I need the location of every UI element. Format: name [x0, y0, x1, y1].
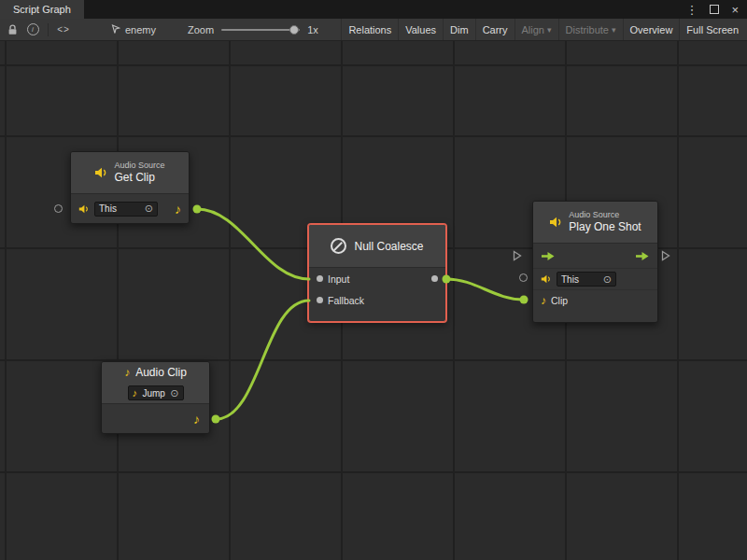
flow-out-arrow-icon[interactable]: [635, 251, 650, 261]
pointer-icon: [111, 24, 120, 35]
audio-source-icon: [549, 217, 563, 228]
carry-label: Carry: [483, 24, 508, 35]
target-object-field[interactable]: This ⊙: [557, 272, 616, 287]
values-button[interactable]: Values: [398, 19, 443, 40]
clip-output-port[interactable]: ♪: [193, 413, 200, 426]
fallback-port[interactable]: [317, 297, 323, 303]
node-play-one-shot-titles: Audio Source Play One Shot: [569, 210, 641, 233]
tab-title: Script Graph: [13, 4, 71, 15]
tab-script-graph[interactable]: Script Graph: [0, 0, 84, 19]
script-graph-window: Script Graph ⋮ × <> enemy Zoom: [0, 0, 747, 560]
null-coalesce-icon: [331, 238, 346, 254]
overview-label: Overview: [630, 24, 673, 35]
target-object-field[interactable]: This ⊙: [94, 202, 158, 217]
node-category: Audio Source: [114, 161, 164, 171]
audio-source-icon: [541, 274, 552, 284]
toolbar: <> enemy Zoom 1x Relations Values Dim Ca…: [0, 19, 747, 41]
node-title: Play One Shot: [569, 220, 641, 233]
zoom-control: Zoom 1x: [188, 24, 318, 35]
info-glyph: [27, 23, 39, 35]
graph-canvas[interactable]: Audio Source Get Clip This ⊙ ♪: [0, 41, 747, 560]
audio-clip-value-row: ♪ Jump ⊙: [102, 383, 209, 404]
target-object-value: This: [99, 203, 117, 214]
node-play-one-shot[interactable]: Audio Source Play One Shot: [532, 201, 658, 323]
null-coalesce-input-row: Input: [309, 268, 445, 289]
control-flow-row: [533, 244, 657, 268]
input-port[interactable]: [317, 275, 323, 282]
tab-bar-spacer: [84, 0, 686, 19]
wire-getclip-to-input[interactable]: [197, 209, 309, 279]
lock-icon[interactable]: [2, 20, 22, 40]
relations-label: Relations: [348, 24, 391, 35]
node-footer: [533, 311, 657, 322]
audio-clip-icon: ♪: [124, 367, 130, 378]
target-object-value: This: [561, 274, 579, 285]
input-port-label: Input: [328, 273, 349, 285]
zoom-label: Zoom: [188, 24, 214, 35]
flow-input-triangle-port[interactable]: [513, 250, 522, 261]
node-null-coalesce-header: Null Coalesce: [309, 225, 445, 268]
toolbar-buttons: Relations Values Dim Carry Align▾ Distri…: [341, 19, 745, 40]
node-get-clip-target-row: This ⊙ ♪: [71, 194, 189, 223]
maximize-icon[interactable]: [710, 4, 719, 16]
relations-button[interactable]: Relations: [341, 19, 398, 40]
menu-icon[interactable]: ⋮: [685, 4, 698, 16]
node-title: Null Coalesce: [354, 240, 423, 253]
dim-button[interactable]: Dim: [443, 19, 475, 40]
values-label: Values: [405, 24, 436, 35]
play-one-shot-target-row: This ⊙: [533, 268, 657, 289]
result-output-port[interactable]: [431, 275, 438, 282]
distribute-button[interactable]: Distribute▾: [558, 19, 623, 40]
null-coalesce-fallback-row: Fallback: [309, 289, 445, 311]
get-clip-target-input-port[interactable]: [54, 204, 63, 213]
node-audio-clip[interactable]: ♪ Audio Clip ♪ Jump ⊙ ♪: [101, 361, 210, 434]
audio-clip-output-port-dot[interactable]: [212, 415, 220, 424]
fallback-port-label: Fallback: [328, 295, 364, 306]
lock-glyph: [7, 24, 18, 35]
object-picker-icon[interactable]: ⊙: [603, 274, 612, 285]
object-picker-icon[interactable]: ⊙: [170, 388, 178, 399]
node-null-coalesce[interactable]: Null Coalesce Input Fallback: [308, 224, 446, 322]
align-label: Align: [522, 24, 544, 35]
node-title: Audio Clip: [135, 366, 187, 379]
play-one-shot-clip-input-port-dot[interactable]: [520, 296, 529, 304]
audio-clip-value: Jump: [142, 388, 164, 399]
wire-null-to-clip[interactable]: [446, 279, 524, 300]
distribute-label: Distribute: [566, 24, 609, 35]
zoom-slider-knob[interactable]: [289, 25, 299, 35]
clip-output-port[interactable]: ♪: [175, 203, 181, 216]
audio-clip-field[interactable]: ♪ Jump ⊙: [128, 385, 184, 400]
full-screen-button[interactable]: Full Screen: [679, 19, 745, 40]
carry-button[interactable]: Carry: [475, 19, 514, 40]
zoom-slider[interactable]: [221, 29, 300, 31]
audio-source-icon: [78, 204, 90, 214]
dim-label: Dim: [450, 24, 469, 35]
tab-bar: Script Graph ⋮ ×: [0, 0, 747, 19]
flow-in-arrow-icon[interactable]: [541, 251, 556, 261]
align-button[interactable]: Align▾: [514, 19, 558, 40]
node-play-one-shot-header: Audio Source Play One Shot: [533, 202, 657, 244]
toolbar-separator: [48, 23, 49, 36]
close-icon[interactable]: ×: [731, 4, 739, 16]
node-get-clip-header: Audio Source Get Clip: [71, 152, 189, 194]
chevron-down-icon: ▾: [547, 25, 552, 35]
flow-output-triangle-port[interactable]: [661, 250, 670, 261]
wire-audioclip-to-fallback[interactable]: [216, 301, 309, 419]
clip-input-icon: ♪: [541, 295, 546, 306]
info-icon[interactable]: [22, 20, 43, 40]
clip-port-label: Clip: [551, 295, 568, 306]
graph-reference[interactable]: enemy: [111, 24, 156, 35]
play-one-shot-target-input-port[interactable]: [519, 273, 528, 282]
play-one-shot-clip-row: ♪ Clip: [533, 289, 657, 311]
node-footer: [309, 311, 445, 321]
audio-clip-output-row: ♪: [102, 404, 209, 433]
get-clip-output-port-dot[interactable]: [193, 205, 202, 214]
maximize-glyph: [710, 5, 719, 14]
node-audio-clip-header: ♪ Audio Clip: [102, 362, 209, 383]
node-get-clip[interactable]: Audio Source Get Clip This ⊙ ♪: [70, 151, 190, 224]
code-icon[interactable]: <>: [53, 20, 74, 40]
object-picker-icon[interactable]: ⊙: [145, 203, 153, 214]
overview-button[interactable]: Overview: [623, 19, 680, 40]
full-screen-label: Full Screen: [686, 24, 739, 35]
node-get-clip-titles: Audio Source Get Clip: [114, 161, 164, 184]
